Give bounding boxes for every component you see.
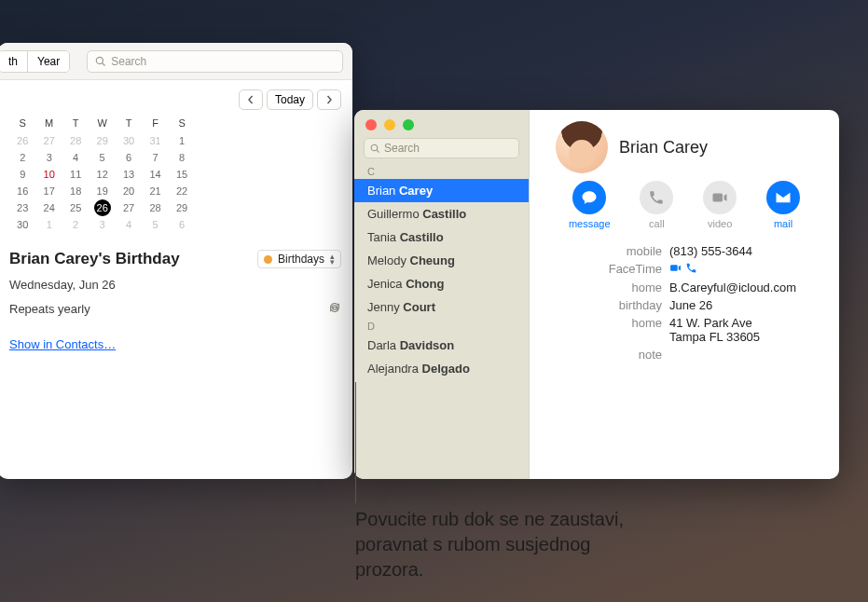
field-value[interactable] — [669, 262, 822, 277]
prev-button[interactable] — [239, 89, 263, 110]
close-window-button[interactable] — [365, 119, 377, 130]
field-value[interactable]: June 26 — [669, 298, 822, 312]
calendar-day[interactable]: 23 — [9, 199, 35, 216]
field-label: home — [546, 280, 662, 294]
calendar-day[interactable]: 17 — [35, 183, 62, 199]
calendar-day[interactable]: 4 — [62, 149, 89, 166]
calendar-day[interactable]: 4 — [116, 216, 142, 233]
calendar-day[interactable]: 29 — [169, 199, 196, 216]
calendar-day[interactable]: 29 — [89, 132, 115, 149]
calendar-day[interactable]: 31 — [142, 132, 168, 149]
calendar-day[interactable]: 10 — [35, 166, 62, 183]
contact-list-item[interactable]: Jenica Chong — [354, 272, 529, 295]
calendar-day[interactable]: 30 — [9, 216, 35, 233]
contacts-search-input[interactable]: Search — [364, 138, 519, 158]
calendar-day[interactable]: 3 — [89, 216, 115, 233]
calendar-day[interactable]: 30 — [116, 132, 142, 149]
calendar-day[interactable]: 28 — [142, 199, 168, 216]
contact-field: homeB.Careyful@icloud.com — [546, 279, 822, 296]
calendar-day[interactable]: 2 — [9, 149, 35, 166]
calendar-day[interactable]: 28 — [62, 132, 89, 149]
contact-list-item[interactable]: Darla Davidson — [354, 334, 529, 357]
contacts-window: Search CBrian CareyGuillermo CastilloTan… — [354, 110, 839, 479]
chevron-left-icon — [246, 95, 255, 104]
video-action[interactable]: video — [703, 181, 737, 229]
calendar-day[interactable]: 16 — [9, 183, 35, 199]
field-label: note — [546, 348, 662, 362]
avatar[interactable] — [556, 121, 608, 173]
calendar-day[interactable]: 9 — [9, 166, 35, 183]
callout-text: Povucite rub dok se ne zaustavi, poravna… — [355, 507, 663, 582]
search-placeholder: Search — [111, 55, 146, 68]
calendar-picker[interactable]: Birthdays ▴▾ — [257, 250, 341, 268]
show-in-contacts-link[interactable]: Show in Contacts… — [9, 337, 116, 351]
calendar-window: th Year Search Today SMTWTFS 26272829303… — [0, 43, 352, 479]
field-label: mobile — [546, 244, 662, 258]
callout-leader-line — [355, 382, 356, 503]
contact-list-item[interactable]: Alejandra Delgado — [354, 357, 529, 380]
event-date: Wednesday, Jun 26 — [9, 278, 116, 292]
contact-list-item[interactable]: Brian Carey — [354, 179, 529, 202]
zoom-window-button[interactable] — [403, 119, 414, 130]
facetime-audio-icon[interactable] — [685, 262, 697, 274]
contact-list-item[interactable]: Melody Cheung — [354, 249, 529, 272]
search-icon — [95, 56, 106, 67]
message-action[interactable]: message — [569, 181, 611, 229]
calendar-day[interactable]: 26 — [89, 199, 115, 216]
mail-label: mail — [774, 218, 792, 229]
calendar-day[interactable]: 5 — [142, 216, 168, 233]
mini-month-grid[interactable]: SMTWTFS 26272829303112345678910111213141… — [9, 116, 195, 233]
event-inspector: Brian Carey's Birthday Birthdays ▴▾ Wedn… — [9, 250, 341, 351]
contact-list-item[interactable]: Jenny Court — [354, 295, 529, 319]
calendar-day[interactable]: 25 — [62, 199, 89, 216]
minimize-window-button[interactable] — [384, 119, 395, 130]
event-repeat: Repeats yearly — [9, 302, 90, 316]
calendar-day[interactable]: 6 — [169, 216, 196, 233]
dow-header: W — [89, 116, 115, 132]
calendar-day[interactable]: 6 — [116, 149, 142, 166]
mail-action[interactable]: mail — [766, 181, 800, 229]
calendar-day[interactable]: 15 — [169, 166, 196, 183]
calendar-day[interactable]: 22 — [169, 183, 196, 199]
calendar-day[interactable]: 14 — [142, 166, 168, 183]
calendar-day[interactable]: 26 — [9, 132, 35, 149]
contact-field: home41 W. Park AveTampa FL 33605 — [546, 314, 822, 346]
video-label: video — [708, 218, 732, 229]
contact-list-item[interactable]: Tania Castillo — [354, 226, 529, 249]
calendar-day[interactable]: 24 — [35, 199, 62, 216]
calendar-day[interactable]: 19 — [89, 183, 115, 199]
calendar-day[interactable]: 11 — [62, 166, 89, 183]
contact-list-item[interactable]: Guillermo Castillo — [354, 202, 529, 226]
calendar-day[interactable]: 1 — [169, 132, 196, 149]
contact-field: mobile(813) 555-3644 — [546, 242, 822, 260]
view-segmented-control[interactable]: th Year — [0, 50, 70, 73]
calendar-day[interactable]: 8 — [169, 149, 196, 166]
calendar-day[interactable]: 20 — [116, 183, 142, 199]
calendar-day[interactable]: 18 — [62, 183, 89, 199]
calendar-day[interactable]: 1 — [35, 216, 62, 233]
calendar-search-input[interactable]: Search — [87, 50, 343, 73]
contact-field: FaceTime — [546, 260, 822, 279]
contact-field: note — [546, 346, 822, 363]
call-action[interactable]: call — [640, 181, 673, 229]
calendar-day[interactable]: 13 — [116, 166, 142, 183]
tab-year[interactable]: Year — [28, 51, 69, 72]
calendar-day[interactable]: 2 — [62, 216, 89, 233]
next-button[interactable] — [317, 89, 341, 110]
field-value[interactable]: (813) 555-3644 — [669, 244, 822, 258]
calendar-day[interactable]: 27 — [35, 132, 62, 149]
calendar-day[interactable]: 7 — [142, 149, 168, 166]
facetime-video-icon[interactable] — [669, 262, 682, 274]
calendar-day[interactable]: 21 — [142, 183, 168, 199]
calendar-day[interactable]: 3 — [35, 149, 62, 166]
calendar-day[interactable]: 27 — [116, 199, 142, 216]
field-value[interactable]: 41 W. Park AveTampa FL 33605 — [669, 316, 822, 344]
field-value[interactable]: B.Careyful@icloud.com — [669, 280, 822, 294]
today-button[interactable]: Today — [267, 89, 313, 110]
tab-month[interactable]: th — [0, 51, 27, 72]
dow-header: M — [35, 116, 62, 132]
calendar-day[interactable]: 12 — [89, 166, 115, 183]
calendar-day[interactable]: 5 — [89, 149, 115, 166]
window-controls[interactable] — [354, 110, 529, 136]
dow-header: T — [116, 116, 142, 132]
